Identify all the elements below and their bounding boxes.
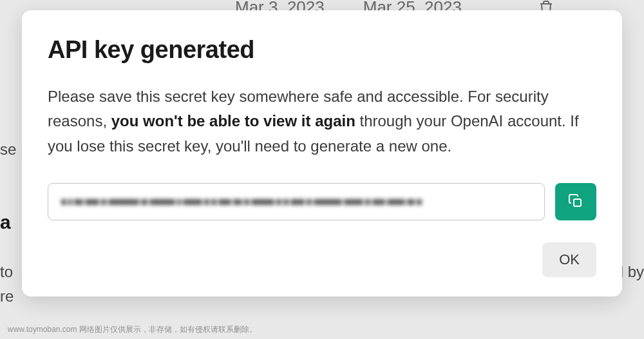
- copy-button[interactable]: [555, 183, 596, 220]
- copy-icon: [568, 193, 583, 211]
- api-key-modal: API key generated Please save this secre…: [22, 10, 622, 296]
- api-key-field[interactable]: [48, 183, 545, 220]
- modal-footer: OK: [48, 242, 596, 277]
- ok-button[interactable]: OK: [542, 242, 596, 277]
- modal-title: API key generated: [48, 36, 596, 64]
- svg-rect-0: [574, 199, 581, 206]
- message-text-bold: you won't be able to view it again: [111, 112, 355, 130]
- api-key-row: [48, 183, 596, 220]
- api-key-blurred-value: [61, 195, 531, 208]
- modal-message: Please save this secret key somewhere sa…: [48, 84, 596, 159]
